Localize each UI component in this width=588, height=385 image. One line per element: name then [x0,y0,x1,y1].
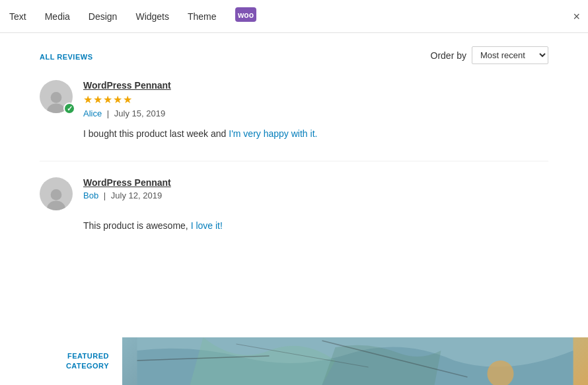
review-date-1: July 15, 2019 [114,108,165,118]
review-header-2: WordPress Pennant Bob | July 12, 2019 [40,177,548,210]
star-1-1: ★ [83,93,92,106]
svg-point-4 [51,189,62,200]
reviews-header-row: ALL REVIEWS Order by Most recent Highest… [40,46,548,77]
svg-point-5 [47,201,65,210]
featured-label: FEATURED CATEGORY [66,351,109,372]
review-text-2: This product is awesome, I love it! [83,218,548,233]
avatar-2 [40,177,73,210]
nav-label-media: Media [45,11,70,22]
review-text-1: I bought this product last week and I'm … [83,126,548,141]
product-title-1[interactable]: WordPress Pennant [83,80,171,91]
nav-item-media[interactable]: Media [36,0,79,33]
svg-point-2 [51,92,62,103]
stars-1: ★ ★ ★ ★ ★ [83,93,171,106]
order-by-row: Order by Most recent Highest rated Lowes… [431,46,548,64]
separator-2: | [104,191,106,200]
nav-item-design[interactable]: Design [79,0,127,33]
featured-label-line1: FEATURED [67,352,109,360]
star-1-5: ★ [123,93,132,106]
separator-1: | [107,108,109,118]
review-date-2: July 12, 2019 [111,191,162,200]
featured-image-svg [122,337,588,385]
review-divider [40,161,548,161]
review-card-2: WordPress Pennant Bob | July 12, 2019 Th… [40,177,548,233]
reviewer-info-1: Alice | July 15, 2019 [83,108,171,118]
featured-label-col: FEATURED CATEGORY [0,337,122,385]
star-1-4: ★ [113,93,122,106]
all-reviews-label: ALL REVIEWS [40,53,92,61]
order-select[interactable]: Most recent Highest rated Lowest rated [472,46,548,64]
featured-label-line2: CATEGORY [66,362,109,370]
review-meta-1: WordPress Pennant ★ ★ ★ ★ ★ Alice | July… [83,80,171,118]
featured-section: FEATURED CATEGORY [0,337,588,385]
main-content: ALL REVIEWS Order by Most recent Highest… [0,33,588,267]
nav-item-text[interactable]: Text [7,0,36,33]
star-1-2: ★ [93,93,102,106]
review-header-1: ✓ WordPress Pennant ★ ★ ★ ★ ★ Alice | Ju… [40,80,548,118]
reviewer-info-2: Bob | July 12, 2019 [83,191,171,200]
close-button[interactable]: × [573,11,580,22]
nav-item-woo[interactable]: woo [226,0,266,33]
woo-icon: woo [235,7,256,25]
review-text-2-highlight: I love it! [191,220,223,231]
nav-item-widgets[interactable]: Widgets [126,0,178,33]
top-nav: Text Media Design Widgets Theme woo × [0,0,588,33]
svg-point-3 [47,104,65,113]
avatar-1: ✓ [40,80,73,113]
nav-item-theme[interactable]: Theme [178,0,226,33]
order-by-label: Order by [431,50,466,61]
product-title-2[interactable]: WordPress Pennant [83,177,171,188]
star-1-3: ★ [103,93,112,106]
reviewer-name-2: Bob [83,191,98,200]
nav-label-theme: Theme [188,11,217,22]
svg-text:woo: woo [237,11,254,20]
review-text-1-highlight: I'm very happy with it. [229,128,317,139]
nav-label-text: Text [9,11,26,22]
reviewer-name-1: Alice [83,108,102,118]
avatar-image-2 [40,177,73,210]
nav-label-design: Design [89,11,118,22]
review-meta-2: WordPress Pennant Bob | July 12, 2019 [83,177,171,200]
featured-image[interactable] [122,337,588,385]
review-card-1: ✓ WordPress Pennant ★ ★ ★ ★ ★ Alice | Ju… [40,80,548,141]
review-text-2-plain: This product is awesome, [83,220,191,231]
verified-badge-1: ✓ [63,103,75,114]
nav-label-widgets: Widgets [135,11,169,22]
review-text-1-plain: I bought this product last week and [83,128,229,139]
